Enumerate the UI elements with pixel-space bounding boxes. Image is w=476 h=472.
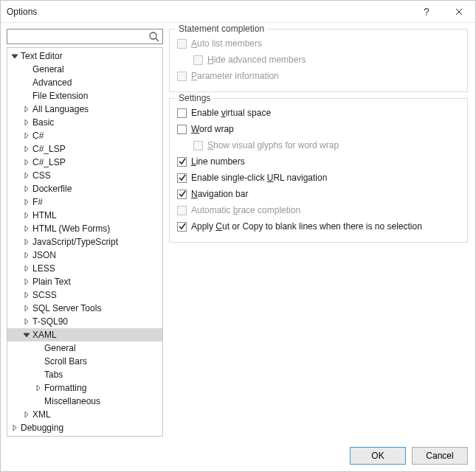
tree-item[interactable]: T-SQL90 (7, 315, 162, 328)
ok-button[interactable]: OK (350, 447, 406, 465)
chevron-down-icon[interactable] (10, 52, 19, 60)
tree-item[interactable]: C#_LSP (7, 156, 162, 169)
chevron-right-icon[interactable] (22, 171, 31, 180)
checkbox-nav_bar[interactable]: Navigation bar (177, 186, 460, 202)
tree-item[interactable]: LESS (7, 262, 162, 275)
tree-item[interactable]: Scroll Bars (7, 355, 162, 368)
search-box[interactable] (7, 29, 163, 44)
chevron-right-icon[interactable] (22, 145, 31, 153)
tree-item[interactable]: HTML (Web Forms) (7, 222, 162, 235)
chevron-right-icon[interactable] (22, 410, 31, 419)
tree-item[interactable]: XAML (7, 328, 162, 341)
chevron-down-icon[interactable] (22, 330, 31, 339)
search-input[interactable] (7, 30, 162, 44)
chevron-right-icon[interactable] (22, 291, 31, 299)
tree-item-label: General (44, 343, 76, 353)
checkbox-single_click_url[interactable]: Enable single-click URL navigation (177, 170, 460, 186)
group-title: Statement completion (176, 24, 267, 34)
chevron-right-icon[interactable] (22, 251, 31, 260)
tree-item[interactable]: XML (7, 408, 162, 421)
tree-item[interactable]: SQL Server Tools (7, 302, 162, 315)
chevron-right-icon[interactable] (10, 423, 19, 432)
chevron-right-icon[interactable] (22, 317, 31, 326)
tree-item[interactable]: Debugging (7, 421, 162, 434)
cancel-button[interactable]: Cancel (412, 447, 468, 465)
checkbox-box[interactable] (177, 190, 187, 199)
tree-item[interactable]: C#_LSP (7, 142, 162, 156)
chevron-right-icon[interactable] (22, 131, 31, 140)
chevron-right-icon[interactable] (22, 211, 31, 220)
tree-item-label: Basic (32, 117, 54, 128)
tree-item-label: SCSS (32, 290, 57, 300)
tree-scroll[interactable]: Text EditorGeneralAdvancedFile Extension… (7, 48, 162, 436)
chevron-right-icon[interactable] (22, 237, 31, 246)
tree-item[interactable]: Text Editor (7, 49, 162, 63)
chevron-right-icon[interactable] (22, 224, 31, 233)
checkbox-label: Parameter information (191, 71, 279, 81)
group-settings: Settings Enable virtual spaceWord wrapSh… (169, 98, 468, 243)
options-dialog: Options ? Text EditorGeneralAdvancedFile… (0, 0, 476, 472)
checkbox-virtual_space[interactable]: Enable virtual space (177, 105, 460, 121)
help-icon: ? (424, 6, 430, 18)
checkbox-show_glyphs: Show visual glyphs for word wrap (177, 137, 460, 153)
help-button[interactable]: ? (410, 1, 443, 23)
tree-item[interactable]: CSS (7, 169, 162, 182)
tree-item[interactable]: Performance Tools (7, 434, 162, 436)
tree-item[interactable]: F# (7, 195, 162, 209)
chevron-right-icon[interactable] (22, 158, 31, 167)
chevron-right-icon[interactable] (22, 277, 31, 286)
tree-item-label: Text Editor (21, 51, 63, 61)
checkbox-box[interactable] (177, 222, 187, 232)
checkbox-apply_cut_copy[interactable]: Apply Cut or Copy to blank lines when th… (177, 218, 460, 235)
checkbox-word_wrap[interactable]: Word wrap (177, 121, 460, 137)
chevron-right-icon[interactable] (22, 304, 31, 313)
tree-item[interactable]: JavaScript/TypeScript (7, 235, 162, 249)
tree-item-label: XML (32, 409, 51, 420)
group-statement-completion: Statement completion Auto list membersHi… (169, 29, 468, 92)
checkbox-box[interactable] (177, 125, 187, 134)
chevron-right-icon[interactable] (34, 384, 43, 392)
chevron-right-icon[interactable] (22, 264, 31, 273)
tree-item[interactable]: General (7, 63, 162, 76)
checkbox-label: Automatic brace completion (191, 205, 300, 215)
tree-item-label: Advanced (32, 77, 72, 88)
chevron-right-icon[interactable] (22, 118, 31, 127)
tree-item[interactable]: Miscellaneous (7, 395, 162, 408)
tree-item[interactable]: Basic (7, 116, 162, 129)
checkbox-box[interactable] (177, 173, 187, 183)
tree-item-label: File Extension (32, 91, 88, 101)
options-panel: Statement completion Auto list membersHi… (169, 29, 468, 437)
tree-item-label: CSS (32, 170, 51, 181)
tree-item[interactable]: All Languages (7, 103, 162, 116)
tree-item[interactable]: C# (7, 129, 162, 142)
window-title: Options (7, 7, 37, 17)
checkbox-box (177, 39, 187, 49)
tree-item[interactable]: SCSS (7, 288, 162, 302)
chevron-right-icon[interactable] (22, 198, 31, 206)
chevron-right-icon[interactable] (22, 184, 31, 193)
checkbox-box[interactable] (177, 108, 187, 118)
tree-item[interactable]: Tabs (7, 368, 162, 381)
checkbox-auto_list: Auto list members (177, 35, 460, 52)
options-tree: Text EditorGeneralAdvancedFile Extension… (7, 47, 163, 437)
close-button[interactable] (443, 1, 475, 23)
tree-item[interactable]: Dockerfile (7, 182, 162, 195)
tree-item[interactable]: File Extension (7, 89, 162, 103)
checkbox-label: Apply Cut or Copy to blank lines when th… (191, 221, 422, 232)
tree-item[interactable]: Plain Text (7, 275, 162, 288)
tree-item-label: Miscellaneous (44, 396, 100, 406)
tree-spacer (22, 65, 31, 74)
tree-item[interactable]: Advanced (7, 76, 162, 89)
tree-item[interactable]: JSON (7, 249, 162, 262)
tree-item-label: HTML (Web Forms) (32, 223, 110, 234)
tree-item[interactable]: Formatting (7, 381, 162, 395)
tree-item[interactable]: HTML (7, 209, 162, 222)
checkbox-hide_adv: Hide advanced members (177, 52, 460, 68)
tree-item[interactable]: General (7, 341, 162, 355)
tree-item-label: XAML (32, 330, 57, 340)
tree-spacer (34, 344, 43, 353)
checkbox-line_numbers[interactable]: Line numbers (177, 153, 460, 170)
titlebar: Options ? (1, 1, 475, 23)
checkbox-box[interactable] (177, 157, 187, 167)
chevron-right-icon[interactable] (22, 105, 31, 114)
